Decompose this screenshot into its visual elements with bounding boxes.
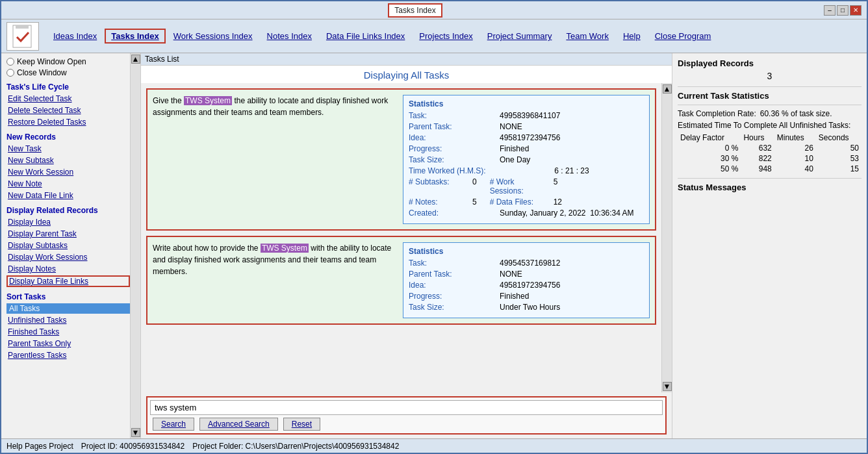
seconds-0: 50 — [816, 143, 862, 153]
col-hours: Hours — [741, 132, 774, 143]
task-description-2: Write about how to provide the TWS Syste… — [153, 242, 396, 318]
stat-progress-value-1: Finished — [500, 144, 644, 153]
stat-subtasks-value-1: 0 — [472, 177, 477, 195]
displayed-records-title: Displayed Records — [678, 58, 862, 68]
displaying-title: Displaying All Tasks — [141, 66, 672, 83]
menu-data-file-links-index[interactable]: Data File Links Index — [320, 29, 411, 44]
delay-0: 0 % — [678, 143, 741, 153]
stat-idea-value-2: 49581972394756 — [500, 281, 644, 290]
completion-value: 60.36 % of task size. — [760, 109, 832, 118]
sidebar-scroll-content: Keep Window Open Close Window Task's Lif… — [1, 53, 130, 438]
delay-50: 50 % — [678, 164, 741, 174]
sidebar-new-data-file-link[interactable]: New Data File Link — [6, 190, 130, 201]
divider-3 — [678, 178, 862, 179]
menu-ideas-index[interactable]: Ideas Index — [47, 29, 103, 44]
close-button[interactable]: ✕ — [850, 5, 862, 16]
sidebar-display-idea[interactable]: Display Idea — [6, 217, 130, 227]
status-bar: Help Pages Project Project ID: 400956931… — [1, 438, 867, 453]
search-input[interactable] — [150, 400, 663, 415]
search-bar: Search Advanced Search Reset — [146, 396, 667, 435]
stat-size-label-1: Task Size: — [409, 155, 500, 164]
sidebar-display-data-file-links[interactable]: Display Data File Links — [6, 275, 130, 287]
stat-ws-label-1: # Work Sessions: — [490, 177, 548, 195]
estimated-label: Estimated Time To Complete All Unfinishe… — [678, 121, 862, 130]
maximize-button[interactable]: □ — [837, 5, 849, 16]
col-minutes: Minutes — [774, 132, 816, 143]
stat-created-value-1: Sunday, January 2, 2022 10:36:34 AM — [500, 208, 644, 218]
stat-notes-label-1: # Notes: — [409, 197, 467, 207]
sidebar-scrollbar[interactable]: ▲ ▼ — [130, 53, 140, 438]
sidebar-new-note[interactable]: New Note — [6, 179, 130, 189]
sidebar-parent-tasks-only[interactable]: Parent Tasks Only — [6, 338, 130, 349]
stat-idea-value-1: 49581972394756 — [500, 133, 644, 142]
tasks-scrollbar[interactable]: ▲ ▼ — [661, 83, 672, 392]
menu-bar: Ideas Index Tasks Index Work Sessions In… — [1, 19, 867, 53]
task-stats-1: Statistics Task: 49958396841107 Parent T… — [403, 95, 650, 224]
sidebar-delete-selected-task[interactable]: Delete Selected Task — [6, 105, 130, 116]
sidebar-display-parent-task[interactable]: Display Parent Task — [6, 229, 130, 239]
main-window: Tasks Index – □ ✕ Ideas Index Tasks Inde… — [0, 0, 868, 454]
sidebar-inner: Keep Window Open Close Window Task's Lif… — [1, 53, 140, 438]
sidebar-display-subtasks[interactable]: Display Subtasks — [6, 240, 130, 251]
sidebar-display-notes[interactable]: Display Notes — [6, 264, 130, 274]
stat-df-1: # Data Files: 12 — [490, 197, 562, 207]
tasks-scroll-up[interactable]: ▲ — [663, 84, 672, 94]
stat-df-value-1: 12 — [554, 197, 562, 207]
right-panel: Displayed Records 3 Current Task Statist… — [672, 53, 867, 438]
sidebar-edit-selected-task[interactable]: Edit Selected Task — [6, 94, 130, 104]
status-project-folder: Project Folder: C:\Users\Darren\Projects… — [192, 442, 399, 451]
menu-projects-index[interactable]: Projects Index — [413, 29, 479, 44]
col-delay: Delay Factor — [678, 132, 741, 143]
sidebar-all-tasks[interactable]: All Tasks — [6, 303, 130, 314]
sidebar-new-task[interactable]: New Task — [6, 144, 130, 154]
menu-team-work[interactable]: Team Work — [559, 29, 615, 44]
tasks-list-label: Tasks List — [145, 55, 179, 64]
menu-tasks-index[interactable]: Tasks Index — [105, 29, 165, 44]
sidebar-new-work-session[interactable]: New Work Session — [6, 167, 130, 177]
sidebar-restore-deleted-tasks[interactable]: Restore Deleted Tasks — [6, 117, 130, 127]
menu-help[interactable]: Help — [617, 29, 647, 44]
divider-2 — [678, 105, 862, 105]
stat-double-2: # Notes: 5 # Data Files: 12 — [409, 197, 644, 207]
stat-created-label-1: Created: — [409, 208, 500, 218]
advanced-search-button[interactable]: Advanced Search — [199, 418, 278, 431]
reset-button[interactable]: Reset — [283, 418, 320, 431]
task-stats-2: Statistics Task: 49954537169812 Parent T… — [403, 242, 650, 318]
stat-size-value-1: One Day — [500, 155, 644, 164]
stat-parent-1: Parent Task: NONE — [409, 122, 644, 131]
sidebar-scroll-up[interactable]: ▲ — [131, 55, 140, 64]
sidebar-scroll-down[interactable]: ▼ — [131, 428, 140, 437]
main-layout: Keep Window Open Close Window Task's Lif… — [1, 53, 867, 438]
stats-row-50pct: 50 % 948 40 15 — [678, 164, 862, 174]
menu-notes-index[interactable]: Notes Index — [261, 29, 318, 44]
close-window-radio[interactable] — [6, 69, 14, 77]
delay-30: 30 % — [678, 153, 741, 164]
stat-progress-label-2: Progress: — [409, 292, 500, 301]
title-bar: Tasks Index – □ ✕ — [1, 1, 867, 19]
minimize-button[interactable]: – — [824, 5, 836, 16]
menu-project-summary[interactable]: Project Summary — [481, 29, 559, 44]
sidebar-new-subtask[interactable]: New Subtask — [6, 155, 130, 166]
task-stats-title-1: Statistics — [409, 99, 644, 108]
task-card-2-inner: Write about how to provide the TWS Syste… — [153, 242, 650, 318]
search-button[interactable]: Search — [153, 418, 194, 431]
sort-tasks-section-title: Sort Tasks — [6, 292, 130, 301]
stat-task-2: Task: 49954537169812 — [409, 259, 644, 268]
stats-row-30pct: 30 % 822 10 53 — [678, 153, 862, 164]
stat-task-value-1: 49958396841107 — [500, 111, 644, 120]
task-description-1: Give the TWS System the ability to locat… — [153, 95, 396, 224]
menu-work-sessions-index[interactable]: Work Sessions Index — [167, 29, 259, 44]
sidebar-finished-tasks[interactable]: Finished Tasks — [6, 327, 130, 337]
sidebar-display-work-sessions[interactable]: Display Work Sessions — [6, 252, 130, 262]
keep-window-radio[interactable] — [6, 58, 14, 66]
stat-idea-label-1: Idea: — [409, 133, 500, 142]
tasks-scroll-down[interactable]: ▼ — [663, 382, 672, 391]
sidebar-unfinished-tasks[interactable]: Unfinished Tasks — [6, 315, 130, 325]
stat-progress-1: Progress: Finished — [409, 144, 644, 153]
minutes-0: 26 — [774, 143, 816, 153]
stat-progress-label-1: Progress: — [409, 144, 500, 153]
menu-close-program[interactable]: Close Program — [648, 29, 718, 44]
task-card-2: Write about how to provide the TWS Syste… — [146, 236, 656, 325]
stat-size-2: Task Size: Under Two Hours — [409, 303, 644, 312]
sidebar-parentless-tasks[interactable]: Parentless Tasks — [6, 350, 130, 360]
